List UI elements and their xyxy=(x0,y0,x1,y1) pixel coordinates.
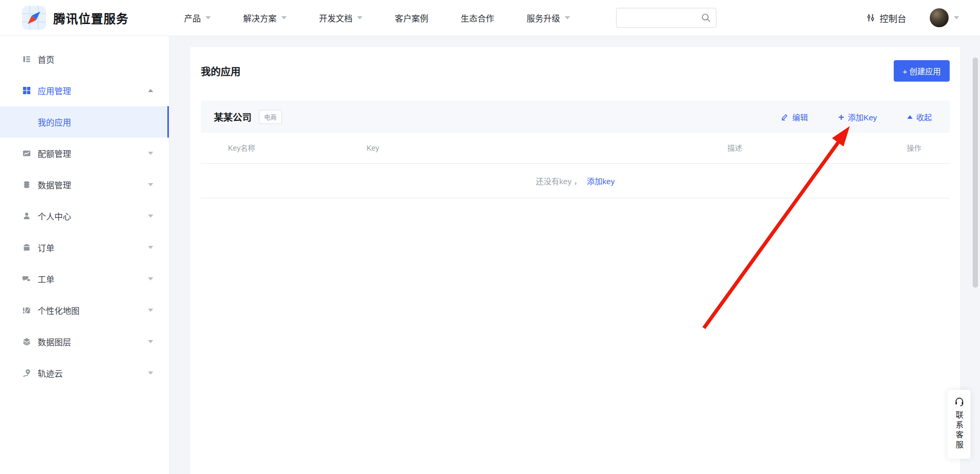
nav-label: 解决方案 xyxy=(243,12,277,24)
sidebar-item-app-management[interactable]: 应用管理 xyxy=(0,75,169,106)
create-app-button[interactable]: + 创建应用 xyxy=(894,60,950,82)
sidebar-item-label: 轨迹云 xyxy=(38,367,63,379)
header-right: 控制台 xyxy=(616,8,959,28)
scrollbar-thumb[interactable] xyxy=(973,58,978,288)
chevron-down-icon xyxy=(148,371,153,375)
contact-support-label: 联系客服 xyxy=(954,411,965,450)
edit-button[interactable]: 编辑 xyxy=(781,111,808,122)
brand-name: 腾讯位置服务 xyxy=(53,9,129,27)
database-icon xyxy=(22,180,31,189)
empty-state-row: 还没有key ， 添加key xyxy=(201,164,950,198)
sidebar-item-custom-map[interactable]: 个性化地图 xyxy=(0,295,169,326)
avatar-chevron-down-icon[interactable] xyxy=(954,16,959,19)
chevron-down-icon xyxy=(148,246,153,249)
sidebar-item-label: 工单 xyxy=(38,273,54,285)
sidebar-item-home[interactable]: 首页 xyxy=(0,43,169,75)
nav-label: 生态合作 xyxy=(461,12,494,24)
card-actions: 编辑 + 添加Key 收起 xyxy=(781,111,932,122)
nav-item-service-upgrade[interactable]: 服务升级 xyxy=(527,12,570,24)
layers-icon xyxy=(22,337,31,346)
chevron-down-icon xyxy=(148,152,153,155)
ticket-chat-icon xyxy=(22,275,31,283)
content-area: 我的应用 + 创建应用 某某公司 电商 编辑 + 添 xyxy=(169,36,980,474)
column-key-name: Key名称 xyxy=(228,133,255,164)
nav-label: 开发文档 xyxy=(319,12,352,24)
contact-support-button[interactable]: 联系客服 xyxy=(948,390,971,459)
search-icon xyxy=(701,13,711,23)
nav-label: 服务升级 xyxy=(527,12,560,24)
key-table-header: Key名称 Key 描述 操作 xyxy=(201,133,950,164)
chevron-up-icon xyxy=(148,89,153,92)
sidebar-item-data-management[interactable]: 数据管理 xyxy=(0,169,169,200)
sidebar-item-data-layers[interactable]: 数据图层 xyxy=(0,326,169,357)
brand[interactable]: 腾讯位置服务 xyxy=(22,6,129,30)
custom-map-icon xyxy=(22,306,31,314)
quota-chart-icon xyxy=(22,149,31,157)
nav-item-products[interactable]: 产品 xyxy=(184,12,211,24)
chevron-down-icon xyxy=(148,215,153,218)
company-name: 某某公司 xyxy=(214,110,252,123)
column-key: Key xyxy=(367,133,379,164)
search-box xyxy=(616,8,716,28)
headset-icon xyxy=(954,396,965,407)
nav-item-solutions[interactable]: 解决方案 xyxy=(243,12,287,24)
nav-item-ecosystem[interactable]: 生态合作 xyxy=(461,12,494,24)
column-action: 操作 xyxy=(907,133,921,164)
chevron-down-icon xyxy=(281,16,287,19)
sidebar-item-quota[interactable]: 配额管理 xyxy=(0,138,169,169)
brand-logo-icon xyxy=(22,6,46,30)
triangle-up-icon xyxy=(907,115,913,119)
collapse-label: 收起 xyxy=(916,111,932,122)
add-key-label: 添加Key xyxy=(848,111,877,122)
pencil-icon xyxy=(781,113,789,121)
app-card-header: 某某公司 电商 编辑 + 添加Key xyxy=(201,100,950,133)
chevron-down-icon xyxy=(148,340,153,343)
user-icon xyxy=(22,212,31,220)
top-header: 腾讯位置服务 产品 解决方案 开发文档 客户案例 生态合作 服务升级 xyxy=(0,0,980,36)
sidebar-item-personal-center[interactable]: 个人中心 xyxy=(0,200,169,232)
nav-item-docs[interactable]: 开发文档 xyxy=(319,12,362,24)
edit-label: 编辑 xyxy=(792,111,808,122)
avatar[interactable] xyxy=(930,8,949,27)
page-title: 我的应用 xyxy=(201,64,241,78)
plus-icon: + xyxy=(838,112,844,122)
grid-icon xyxy=(22,86,31,95)
title-row: 我的应用 + 创建应用 xyxy=(201,60,950,82)
track-pin-icon xyxy=(22,369,31,377)
nav-item-cases[interactable]: 客户案例 xyxy=(395,12,428,24)
sidebar-item-label: 个人中心 xyxy=(38,210,71,222)
console-sliders-icon xyxy=(866,13,875,22)
sidebar-item-label: 数据图层 xyxy=(38,335,71,348)
order-clipboard-icon xyxy=(22,243,31,252)
top-nav: 产品 解决方案 开发文档 客户案例 生态合作 服务升级 xyxy=(184,12,570,24)
console-label: 控制台 xyxy=(880,12,906,25)
chevron-down-icon xyxy=(357,16,362,19)
nav-label: 客户案例 xyxy=(395,12,428,24)
console-link[interactable]: 控制台 xyxy=(866,12,906,25)
sidebar-item-label: 首页 xyxy=(38,53,54,65)
chevron-down-icon xyxy=(148,183,153,186)
chevron-down-icon xyxy=(565,16,570,19)
sidebar-item-my-apps[interactable]: 我的应用 xyxy=(0,106,169,138)
sidebar-item-label: 应用管理 xyxy=(38,84,71,97)
sidebar-item-label: 数据管理 xyxy=(38,178,71,191)
sidebar: 首页 应用管理 我的应用 配额管理 数据管理 xyxy=(0,36,169,474)
add-key-link[interactable]: 添加key xyxy=(587,175,614,186)
company-tag-badge: 电商 xyxy=(259,110,282,124)
sidebar-item-label: 配额管理 xyxy=(38,147,71,160)
add-key-button[interactable]: + 添加Key xyxy=(838,111,877,122)
sidebar-item-tickets[interactable]: 工单 xyxy=(0,263,169,295)
main-panel: 我的应用 + 创建应用 某某公司 电商 编辑 + 添 xyxy=(190,47,960,474)
sidebar-item-orders[interactable]: 订单 xyxy=(0,232,169,263)
app-card: 某某公司 电商 编辑 + 添加Key xyxy=(201,100,950,198)
sidebar-item-track-cloud[interactable]: 轨迹云 xyxy=(0,357,169,389)
nav-label: 产品 xyxy=(184,12,201,24)
chevron-down-icon xyxy=(148,309,153,312)
chevron-down-icon xyxy=(148,277,153,280)
column-desc: 描述 xyxy=(727,133,742,164)
sidebar-item-label: 订单 xyxy=(38,241,54,254)
collapse-button[interactable]: 收起 xyxy=(907,111,932,122)
chevron-down-icon xyxy=(206,16,211,19)
home-list-icon xyxy=(22,55,31,63)
sidebar-item-label: 我的应用 xyxy=(38,116,71,128)
